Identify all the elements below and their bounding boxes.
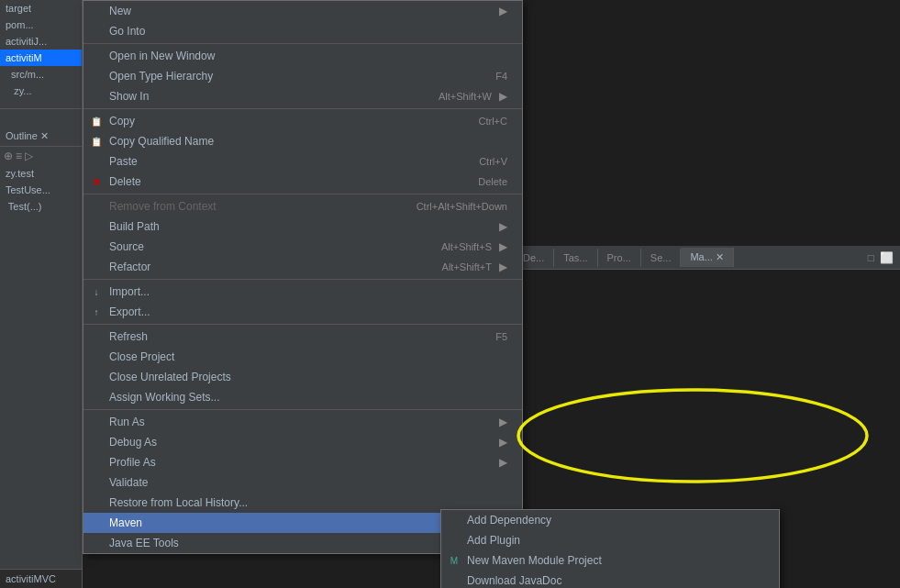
menu-label-go-into: Go Into [109, 25, 507, 38]
menu-shortcut-remove-from-context: Ctrl+Alt+Shift+Down [417, 201, 507, 212]
menu-label-paste: Paste [109, 155, 451, 168]
menu-item-new[interactable]: New ▶ [83, 1, 522, 21]
menu-item-export[interactable]: ↑ Export... [83, 302, 522, 322]
outline-item-testuse[interactable]: TestUse... [0, 182, 82, 198]
menu-label-validate: Validate [109, 476, 507, 489]
outline-toolbar-icon3[interactable]: ▷ [25, 150, 33, 162]
tab-se[interactable]: Se... [641, 249, 682, 267]
tab-ma[interactable]: Ma... ✕ [681, 248, 734, 267]
outline-toolbar-icon2[interactable]: ≡ [16, 150, 22, 162]
copy-icon: 📋 [89, 114, 104, 128]
left-panel-item-zy[interactable]: zy... [0, 83, 82, 99]
menu-item-refresh[interactable]: Refresh F5 [83, 327, 522, 347]
menu-label-maven: Maven [109, 516, 492, 529]
submenu-item-new-maven-module[interactable]: M New Maven Module Project [441, 550, 779, 571]
menu-shortcut-copy: Ctrl+C [479, 116, 507, 127]
menu-item-debug-as[interactable]: Debug As ▶ [83, 432, 522, 452]
tab-toolbar-icon2[interactable]: ⬜ [877, 251, 896, 264]
menu-label-close-unrelated: Close Unrelated Projects [109, 371, 507, 383]
menu-shortcut-paste: Ctrl+V [479, 156, 507, 167]
menu-item-open-new-window[interactable]: Open in New Window [83, 46, 522, 66]
menu-item-delete[interactable]: ✖ Delete Delete [83, 172, 522, 192]
menu-item-source[interactable]: Source Alt+Shift+S ▶ [83, 237, 522, 257]
menu-label-new: New [109, 5, 492, 17]
separator-1 [83, 43, 522, 44]
menu-arrow-new: ▶ [499, 5, 507, 17]
separator-4 [83, 279, 522, 280]
menu-label-java-ee-tools: Java EE Tools [109, 537, 492, 549]
import-icon: ↓ [89, 284, 104, 299]
outline-item-zytest[interactable]: zy.test [0, 165, 82, 182]
bottom-label: activitiMVC [0, 569, 82, 588]
submenu-label-new-maven-module: New Maven Module Project [467, 554, 764, 567]
menu-item-show-in[interactable]: Show In Alt+Shift+W ▶ [83, 86, 522, 106]
left-panel-item-srcm[interactable]: src/m... [0, 66, 82, 83]
menu-label-close-project: Close Project [109, 350, 507, 363]
menu-label-assign-working-sets: Assign Working Sets... [109, 391, 507, 404]
menu-label-profile-as: Profile As [109, 456, 492, 469]
menu-label-remove-from-context: Remove from Context [109, 200, 389, 213]
left-panel-item-activitim[interactable]: activitiM [0, 50, 82, 66]
menu-arrow-build-path: ▶ [499, 220, 507, 233]
tab-bar: De... Tas... Pro... Se... Ma... ✕ □ ⬜ [514, 246, 900, 270]
menu-label-copy-qualified-name: Copy Qualified Name [109, 135, 507, 148]
menu-arrow-debug-as: ▶ [499, 436, 507, 449]
separator-2 [83, 108, 522, 109]
menu-item-build-path[interactable]: Build Path ▶ [83, 216, 522, 237]
menu-label-delete: Delete [109, 175, 450, 188]
menu-label-debug-as: Debug As [109, 436, 492, 449]
menu-item-validate[interactable]: Validate [83, 472, 522, 493]
tab-tas[interactable]: Tas... [554, 249, 597, 267]
left-panel: target pom... activitiJ... activitiM src… [0, 0, 83, 588]
menu-shortcut-source: Alt+Shift+S [441, 241, 492, 252]
menu-label-build-path: Build Path [109, 220, 492, 233]
submenu-item-add-plugin[interactable]: Add Plugin [441, 530, 779, 550]
submenu-label-add-dependency: Add Dependency [467, 514, 764, 527]
export-icon: ↑ [89, 305, 104, 319]
outline-toolbar-icon1[interactable]: ⊕ [4, 150, 13, 162]
menu-item-open-type-hierarchy[interactable]: Open Type Hierarchy F4 [83, 66, 522, 86]
menu-item-close-unrelated[interactable]: Close Unrelated Projects [83, 367, 522, 387]
menu-item-copy-qualified-name[interactable]: 📋 Copy Qualified Name [83, 131, 522, 151]
context-menu: New ▶ Go Into Open in New Window Open Ty… [83, 0, 523, 554]
menu-label-open-new-window: Open in New Window [109, 50, 507, 62]
tab-pro[interactable]: Pro... [598, 249, 641, 267]
submenu-item-download-javadoc[interactable]: Download JavaDoc [441, 571, 779, 588]
menu-item-import[interactable]: ↓ Import... [83, 282, 522, 302]
menu-arrow-profile-as: ▶ [499, 456, 507, 469]
menu-item-run-as[interactable]: Run As ▶ [83, 412, 522, 432]
left-panel-item-activitij[interactable]: activitiJ... [0, 33, 82, 50]
menu-shortcut-delete: Delete [478, 176, 507, 187]
menu-item-assign-working-sets[interactable]: Assign Working Sets... [83, 387, 522, 407]
menu-item-paste[interactable]: Paste Ctrl+V [83, 151, 522, 172]
menu-label-import: Import... [109, 285, 507, 298]
left-panel-item-pom[interactable]: pom... [0, 17, 82, 33]
menu-label-restore-local-history: Restore from Local History... [109, 496, 507, 509]
outline-item-test[interactable]: Test(...) [0, 198, 82, 215]
menu-shortcut-refactor: Alt+Shift+T [442, 261, 492, 272]
delete-icon: ✖ [89, 174, 104, 189]
menu-label-copy: Copy [109, 115, 451, 128]
separator-5 [83, 324, 522, 325]
left-panel-item-target[interactable]: target [0, 0, 82, 17]
tab-toolbar-icon1[interactable]: □ [865, 251, 877, 264]
menu-item-go-into[interactable]: Go Into [83, 21, 522, 41]
separator-6 [83, 409, 522, 410]
menu-shortcut-refresh: F5 [495, 331, 507, 342]
menu-shortcut-show-in: Alt+Shift+W [439, 91, 492, 102]
menu-item-remove-from-context[interactable]: Remove from Context Ctrl+Alt+Shift+Down [83, 196, 522, 216]
menu-item-copy[interactable]: 📋 Copy Ctrl+C [83, 111, 522, 131]
menu-arrow-show-in: ▶ [499, 90, 507, 103]
outline-label: Outline ✕ [0, 127, 82, 147]
menu-label-export: Export... [109, 305, 507, 318]
menu-label-show-in: Show In [109, 90, 411, 103]
menu-item-refactor[interactable]: Refactor Alt+Shift+T ▶ [83, 257, 522, 277]
menu-arrow-source: ▶ [499, 240, 507, 253]
submenu-item-add-dependency[interactable]: Add Dependency [441, 510, 779, 530]
menu-arrow-run-as: ▶ [499, 416, 507, 428]
menu-item-close-project[interactable]: Close Project [83, 347, 522, 367]
menu-label-open-type-hierarchy: Open Type Hierarchy [109, 70, 468, 83]
copy-qualified-icon: 📋 [89, 134, 104, 149]
menu-item-profile-as[interactable]: Profile As ▶ [83, 452, 522, 472]
menu-shortcut-open-type-hierarchy: F4 [495, 71, 507, 82]
